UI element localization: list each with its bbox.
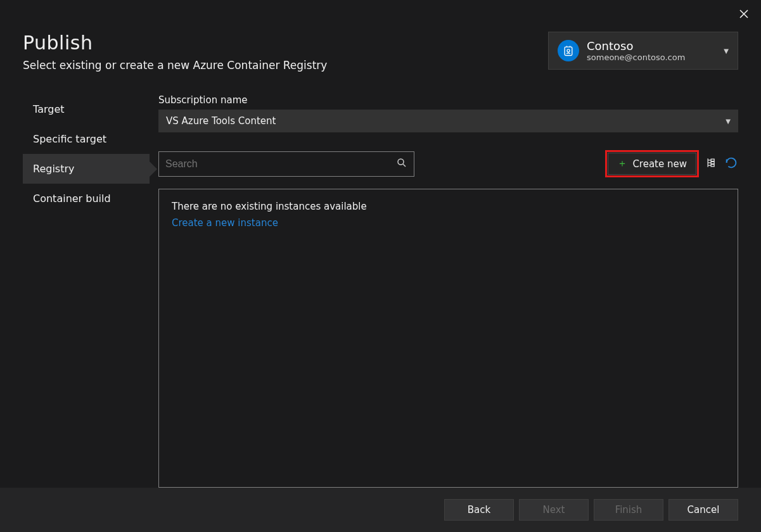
search-box[interactable] (158, 151, 414, 177)
toolbar: ＋ Create new (158, 150, 738, 177)
svg-point-2 (398, 159, 404, 165)
sidebar: Target Specific target Registry Containe… (23, 94, 150, 488)
footer: Back Next Finish Cancel (0, 488, 761, 532)
chevron-down-icon: ▼ (724, 48, 729, 54)
create-new-highlight: ＋ Create new (605, 150, 699, 177)
svg-rect-3 (711, 159, 714, 161)
create-instance-link[interactable]: Create a new instance (172, 217, 725, 229)
instances-list: There are no existing instances availabl… (158, 189, 738, 488)
sidebar-item-target[interactable]: Target (23, 94, 150, 124)
finish-button: Finish (594, 499, 663, 521)
refresh-icon[interactable] (724, 156, 738, 172)
subscription-label: Subscription name (158, 94, 738, 106)
plus-icon: ＋ (617, 157, 627, 170)
page-title: Publish (23, 32, 327, 54)
create-new-button[interactable]: ＋ Create new (608, 153, 696, 175)
svg-rect-5 (711, 164, 714, 166)
next-button: Next (519, 499, 589, 521)
title-block: Publish Select existing or create a new … (23, 32, 327, 72)
close-button[interactable] (739, 6, 748, 22)
search-input[interactable] (165, 158, 396, 170)
cancel-button[interactable]: Cancel (668, 499, 738, 521)
page-subtitle: Select existing or create a new Azure Co… (23, 59, 327, 72)
subscription-dropdown[interactable]: VS Azure Tools Content ▼ (158, 110, 738, 132)
header: Publish Select existing or create a new … (0, 0, 761, 72)
search-icon (396, 157, 407, 171)
badge-icon (562, 44, 575, 57)
publish-dialog: Publish Select existing or create a new … (0, 0, 761, 532)
avatar (558, 40, 579, 61)
sidebar-item-specific-target[interactable]: Specific target (23, 124, 150, 154)
tree-view-icon[interactable] (705, 156, 718, 172)
svg-rect-0 (565, 47, 572, 55)
account-name: Contoso (587, 39, 685, 53)
subscription-value: VS Azure Tools Content (166, 115, 276, 127)
body: Target Specific target Registry Containe… (0, 72, 761, 488)
account-email: someone@contoso.com (587, 53, 685, 62)
svg-rect-4 (711, 162, 714, 163)
close-icon (739, 10, 748, 18)
sidebar-item-container-build[interactable]: Container build (23, 184, 150, 213)
account-selector[interactable]: Contoso someone@contoso.com ▼ (548, 32, 738, 70)
chevron-down-icon: ▼ (726, 118, 731, 125)
back-button[interactable]: Back (444, 499, 514, 521)
main-panel: Subscription name VS Azure Tools Content… (158, 94, 738, 488)
empty-message: There are no existing instances availabl… (172, 201, 725, 212)
svg-point-1 (567, 49, 570, 52)
sidebar-item-registry[interactable]: Registry (23, 154, 150, 184)
account-text: Contoso someone@contoso.com (587, 39, 685, 62)
create-new-label: Create new (632, 158, 687, 170)
